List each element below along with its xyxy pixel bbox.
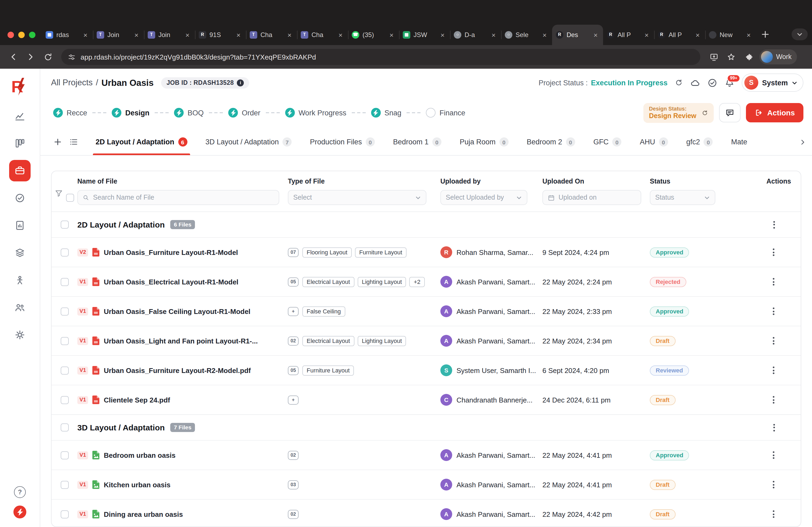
page-tab[interactable]: 2D Layout / Adaptation 6 <box>86 129 196 155</box>
account-menu[interactable]: S System <box>742 74 803 92</box>
page-tab[interactable]: Mate <box>722 129 756 155</box>
browser-menu-icon[interactable] <box>800 54 807 60</box>
file-type-filter[interactable]: Select <box>288 190 426 205</box>
status-filter[interactable]: Status <box>650 190 715 205</box>
uploaded-by-filter[interactable]: Select Uploaded by <box>440 190 527 205</box>
stepper-step[interactable]: BOQ <box>174 108 204 118</box>
page-tab[interactable]: Puja Room 0 <box>451 129 518 155</box>
tab-close-icon[interactable]: × <box>337 31 344 39</box>
tab-close-icon[interactable]: × <box>133 31 140 39</box>
file-name[interactable]: Clientele Sep 24.pdf <box>104 396 170 404</box>
file-name[interactable]: Urban Oasis_False Ceiling Layout-R1-Mode… <box>104 307 250 315</box>
file-row[interactable]: V1 Urban Oasis_Electrical Layout-R1-Mode… <box>52 267 801 296</box>
url-bar[interactable]: app.rdash.io/project/19zK2qVg91dbB0k3/de… <box>61 49 700 65</box>
tab-close-icon[interactable]: × <box>490 31 497 39</box>
design-status-box[interactable]: Design Status: Design Review <box>644 103 713 123</box>
stepper-step[interactable]: Work Progress <box>285 108 346 118</box>
stepper-step[interactable]: Snag <box>371 108 402 118</box>
row-kebab-icon[interactable] <box>771 449 777 461</box>
page-tab[interactable]: Bedroom 1 0 <box>384 129 451 155</box>
reload-button[interactable] <box>40 49 56 65</box>
browser-tab[interactable]: T Cha × <box>297 25 348 45</box>
sidebar-item-settings[interactable] <box>9 324 31 346</box>
install-app-icon[interactable] <box>706 49 722 65</box>
uploaded-on-filter[interactable]: Uploaded on <box>542 190 641 205</box>
sidebar-item-layers[interactable] <box>9 242 31 264</box>
stepper-step[interactable]: Order <box>229 108 260 118</box>
support-avatar[interactable] <box>13 506 26 518</box>
row-checkbox[interactable] <box>60 481 69 488</box>
actions-button[interactable]: Actions <box>746 103 803 122</box>
file-row[interactable]: V1 Kitchen urban oasis 03 A Akash Parwan… <box>52 470 801 499</box>
file-name[interactable]: Kitchen urban oasis <box>104 481 171 488</box>
row-checkbox[interactable] <box>60 510 69 518</box>
group-checkbox[interactable] <box>60 221 69 229</box>
group-kebab-icon[interactable] <box>771 422 777 433</box>
browser-tab[interactable]: R Des × <box>552 25 603 45</box>
browser-tab[interactable]: ▦ rdas × <box>42 25 93 45</box>
row-checkbox[interactable] <box>60 451 69 459</box>
group-kebab-icon[interactable] <box>771 219 777 230</box>
notifications-bell-icon[interactable]: 99+ <box>724 77 735 88</box>
file-row[interactable]: V2 Urban Oasis_Furniture Layout-R1-Model… <box>52 237 801 267</box>
row-checkbox[interactable] <box>60 307 69 315</box>
row-checkbox[interactable] <box>60 366 69 374</box>
row-checkbox[interactable] <box>60 337 69 345</box>
file-name[interactable]: Bedroom urban oasis <box>104 451 175 459</box>
comments-button[interactable] <box>719 103 740 122</box>
select-all-checkbox[interactable] <box>66 194 74 201</box>
help-button[interactable]: ? <box>14 486 26 498</box>
tab-close-icon[interactable]: × <box>643 31 650 39</box>
more-tags-badge[interactable]: +2 <box>409 277 425 287</box>
sidebar-item-tasks[interactable] <box>9 187 31 209</box>
comment-count-badge[interactable]: 03 <box>288 480 299 489</box>
file-name[interactable]: Urban Oasis_Furniture Layout-R1-Model <box>104 248 238 256</box>
filter-funnel-icon[interactable] <box>55 189 63 197</box>
tabs-scroll-right-icon[interactable] <box>796 135 810 149</box>
group-checkbox[interactable] <box>60 423 69 432</box>
page-tab[interactable]: gfc2 0 <box>677 129 722 155</box>
tab-close-icon[interactable]: × <box>82 31 89 39</box>
browser-tab[interactable]: R All P × <box>654 25 705 45</box>
comment-count-badge[interactable]: + <box>288 395 299 404</box>
browser-tab[interactable]: R All P × <box>603 25 654 45</box>
section-list-icon[interactable] <box>67 136 80 148</box>
stepper-step[interactable]: Finance <box>426 108 465 118</box>
tab-close-icon[interactable]: × <box>541 31 548 39</box>
file-row[interactable]: V1 Urban Oasis_Light and Fan point Layou… <box>52 326 801 355</box>
extensions-puzzle-icon[interactable] <box>740 49 756 65</box>
comment-count-badge[interactable]: 05 <box>288 277 299 286</box>
sidebar-item-site-survey[interactable] <box>9 269 31 291</box>
tab-close-icon[interactable]: × <box>694 31 701 39</box>
file-name[interactable]: Dining area urban oasis <box>104 510 183 518</box>
browser-tab[interactable]: R 91S × <box>195 25 246 45</box>
row-checkbox[interactable] <box>60 248 69 256</box>
cloud-sync-icon[interactable] <box>690 77 700 88</box>
comment-count-badge[interactable]: 05 <box>288 366 299 375</box>
status-history-icon[interactable] <box>675 78 683 87</box>
file-row[interactable]: V1 Urban Oasis_Furniture Layout-R2-Model… <box>52 355 801 385</box>
file-name[interactable]: Urban Oasis_Electrical Layout-R1-Model <box>104 278 238 286</box>
page-tab[interactable]: 3D Layout / Adaptation 7 <box>196 129 301 155</box>
tab-close-icon[interactable]: × <box>592 31 599 39</box>
search-file-filter[interactable] <box>77 190 279 205</box>
comment-count-badge[interactable]: 02 <box>288 451 299 460</box>
browser-tab[interactable]: T Join × <box>93 25 144 45</box>
bookmark-star-icon[interactable] <box>723 49 739 65</box>
comment-count-badge[interactable]: 07 <box>288 248 299 257</box>
browser-tab[interactable]: ▦ JSW × <box>399 25 450 45</box>
page-tab[interactable]: Bedroom 2 0 <box>518 129 584 155</box>
sidebar-item-team[interactable] <box>9 297 31 318</box>
sidebar-item-reports[interactable] <box>9 215 31 236</box>
back-button[interactable] <box>5 49 21 65</box>
page-tab[interactable]: GFC 0 <box>584 129 631 155</box>
sidebar-item-analytics[interactable] <box>9 105 31 127</box>
browser-tab[interactable]: ☎ (35) × <box>348 25 399 45</box>
forward-button[interactable] <box>23 49 39 65</box>
file-row[interactable]: V1 Bedroom urban oasis 02 A Akash Parwan… <box>52 440 801 470</box>
row-checkbox[interactable] <box>60 396 69 404</box>
sidebar-item-projects[interactable] <box>9 160 31 181</box>
close-window-button[interactable] <box>8 32 14 38</box>
tab-close-icon[interactable]: × <box>439 31 446 39</box>
search-file-input[interactable] <box>93 194 274 201</box>
